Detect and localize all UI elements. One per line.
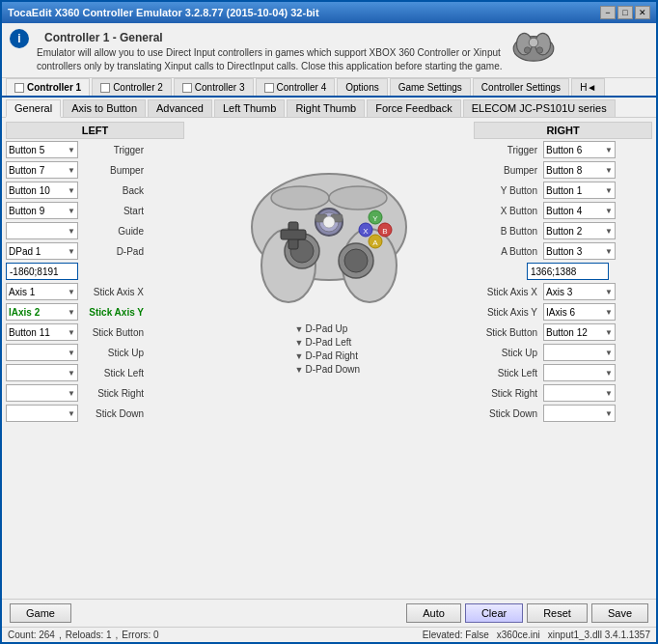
right-bumper-dropdown[interactable]: Button 8 ▼ xyxy=(543,161,616,179)
left-stick-axis-x-dropdown[interactable]: Axis 1 ▼ xyxy=(6,283,78,300)
dpad-dropdown[interactable]: DPad 1 ▼ xyxy=(6,242,78,260)
info-line1: Emulator will allow you to use Direct In… xyxy=(37,47,501,58)
left-stick-button-dropdown[interactable]: Button 11 ▼ xyxy=(6,323,78,341)
y-button-val: Button 1 xyxy=(546,185,582,196)
reset-button[interactable]: Reset xyxy=(527,603,588,623)
right-stick-left-dropdown[interactable]: ▼ xyxy=(543,364,616,381)
left-trigger-dropdown[interactable]: Button 5 ▼ xyxy=(6,141,78,158)
clear-button[interactable]: Clear xyxy=(465,603,523,623)
right-stick-button-dropdown[interactable]: Button 12 ▼ xyxy=(543,323,616,341)
dpad-down-arrow: ▼ xyxy=(295,365,304,375)
subtab-general[interactable]: General xyxy=(6,99,61,118)
tab-controller1[interactable]: Controller 1 xyxy=(6,78,90,98)
chevron-down-icon: ▼ xyxy=(68,389,75,398)
chevron-down-icon: ▼ xyxy=(605,146,613,154)
right-coords-input[interactable] xyxy=(527,263,609,280)
back-dropdown[interactable]: Button 10 ▼ xyxy=(6,182,78,199)
x-button-dropdown[interactable]: Button 4 ▼ xyxy=(543,202,616,219)
start-dropdown[interactable]: Button 9 ▼ xyxy=(6,202,78,219)
tab-controller4[interactable]: Controller 4 xyxy=(256,78,336,96)
left-panel: LEFT Button 5 ▼ Trigger Button 7 ▼ xyxy=(6,122,184,595)
close-button[interactable]: ✕ xyxy=(635,6,650,19)
dpad-left-row: ▼ D-Pad Left xyxy=(295,336,364,349)
tab-more[interactable]: H◄ xyxy=(571,78,605,96)
left-stick-down-dropdown[interactable]: ▼ xyxy=(6,405,78,422)
right-stick-button-row: Stick Button Button 12 ▼ xyxy=(474,322,652,342)
chevron-down-icon: ▼ xyxy=(68,207,75,215)
right-stick-right-dropdown[interactable]: ▼ xyxy=(543,384,616,402)
chevron-down-icon: ▼ xyxy=(605,247,613,256)
title-bar: TocaEdit X360 Controller Emulator 3.2.8.… xyxy=(2,2,656,23)
tab-game-settings[interactable]: Game Settings xyxy=(390,78,471,96)
left-coords-row xyxy=(6,262,184,281)
bottom-bar: Game Auto Clear Reset Save xyxy=(2,599,656,627)
svg-point-9 xyxy=(271,186,329,210)
status-separator2: , xyxy=(116,630,119,640)
right-stick-axis-x-dropdown[interactable]: Axis 3 ▼ xyxy=(543,283,616,300)
b-button-row: B Button Button 2 ▼ xyxy=(474,221,652,240)
tab-label-game-settings: Game Settings xyxy=(398,82,462,93)
tab-label-controller-settings: Controller Settings xyxy=(481,82,561,93)
left-bumper-val: Button 7 xyxy=(9,165,44,176)
right-stick-up-row: Stick Up ▼ xyxy=(474,343,652,362)
b-button-dropdown[interactable]: Button 2 ▼ xyxy=(543,222,616,239)
dpad-down-label: D-Pad Down xyxy=(305,364,363,375)
chevron-down-icon: ▼ xyxy=(68,328,75,337)
left-stick-axis-y-dropdown[interactable]: IAxis 2 ▼ xyxy=(6,303,78,321)
svg-point-3 xyxy=(530,38,539,47)
svg-point-14 xyxy=(344,249,368,272)
tab-controller3[interactable]: Controller 3 xyxy=(174,78,254,96)
chevron-down-icon: ▼ xyxy=(605,227,613,236)
tab-options[interactable]: Options xyxy=(337,78,387,96)
game-button[interactable]: Game xyxy=(10,603,71,623)
right-stick-left-label: Stick Left xyxy=(474,368,541,378)
subtab-right-thumb[interactable]: Right Thumb xyxy=(287,99,365,117)
tab-controller2[interactable]: Controller 2 xyxy=(92,78,172,96)
left-stick-up-dropdown[interactable]: ▼ xyxy=(6,344,78,361)
right-stick-axis-y-val: IAxis 6 xyxy=(546,307,575,318)
subtab-elecom[interactable]: ELECOM JC-PS101U series xyxy=(463,99,616,117)
right-stick-up-dropdown[interactable]: ▼ xyxy=(543,344,616,361)
left-stick-left-label: Stick Left xyxy=(80,368,148,378)
right-stick-axis-y-dropdown[interactable]: IAxis 6 ▼ xyxy=(543,303,616,321)
right-stick-down-dropdown[interactable]: ▼ xyxy=(543,405,616,422)
left-bumper-dropdown[interactable]: Button 7 ▼ xyxy=(6,161,78,179)
x-button-label: X Button xyxy=(474,206,541,216)
x-button-val: Button 4 xyxy=(546,206,582,216)
left-stick-right-dropdown[interactable]: ▼ xyxy=(6,384,78,402)
left-stick-left-dropdown[interactable]: ▼ xyxy=(6,364,78,381)
chevron-down-icon: ▼ xyxy=(605,207,613,215)
right-bumper-label: Bumper xyxy=(474,165,541,176)
chevron-down-icon: ▼ xyxy=(68,288,75,296)
save-button[interactable]: Save xyxy=(591,603,648,623)
bottom-right-buttons: Auto Clear Reset Save xyxy=(406,603,648,623)
a-button-dropdown[interactable]: Button 3 ▼ xyxy=(543,242,616,260)
right-bumper-val: Button 8 xyxy=(546,165,582,176)
chevron-down-icon: ▼ xyxy=(605,349,613,357)
status-elevated: Elevated: False xyxy=(423,630,489,640)
start-val: Button 9 xyxy=(9,206,44,216)
guide-dropdown[interactable]: ▼ xyxy=(6,222,78,239)
tab-controller-settings[interactable]: Controller Settings xyxy=(473,78,569,96)
left-stick-button-label: Stick Button xyxy=(80,327,148,338)
left-coords-input[interactable] xyxy=(6,263,78,280)
left-stick-down-row: ▼ Stick Down xyxy=(6,404,184,423)
subtab-left-thumb[interactable]: Left Thumb xyxy=(214,99,285,117)
y-button-dropdown[interactable]: Button 1 ▼ xyxy=(543,182,616,199)
auto-button[interactable]: Auto xyxy=(406,603,461,623)
left-trigger-val: Button 5 xyxy=(9,145,44,155)
info-line2: controllers only by translating Xinput c… xyxy=(37,61,502,71)
left-bumper-row: Button 7 ▼ Bumper xyxy=(6,160,184,180)
minimize-button[interactable]: − xyxy=(600,6,616,19)
maximize-button[interactable]: □ xyxy=(617,6,633,19)
right-trigger-val: Button 6 xyxy=(546,145,582,155)
back-label: Back xyxy=(80,185,148,196)
right-trigger-dropdown[interactable]: Button 6 ▼ xyxy=(543,141,616,158)
left-panel-header: LEFT xyxy=(6,122,184,139)
tab-checkbox-3 xyxy=(182,83,192,93)
subtab-axis-to-button[interactable]: Axis to Button xyxy=(63,99,146,117)
chevron-down-icon: ▼ xyxy=(605,186,613,195)
subtab-force-feedback[interactable]: Force Feedback xyxy=(367,99,460,117)
left-stick-axis-y-val: IAxis 2 xyxy=(9,307,40,318)
subtab-advanced[interactable]: Advanced xyxy=(148,99,212,117)
